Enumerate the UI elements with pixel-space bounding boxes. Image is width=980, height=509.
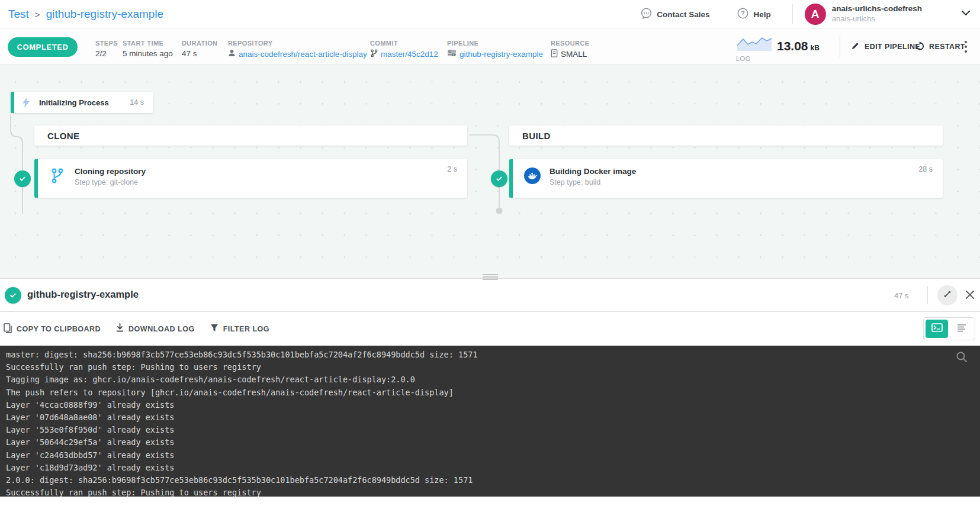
close-panel-button[interactable] [964, 289, 976, 303]
commit-link[interactable]: master/45c2d12 [370, 49, 438, 59]
init-step-card[interactable]: Initializing Process 14 s [11, 92, 153, 113]
resource-value: SMALL [551, 49, 590, 59]
build-success-check-icon [491, 170, 507, 187]
log-line: Layer '553e0f8f950d' already exists [6, 424, 974, 436]
pipeline-canvas: Initializing Process 14 s CLONE Cloning … [0, 65, 980, 278]
clipboard-icon [4, 323, 12, 335]
help-icon: ? [737, 7, 749, 21]
build-step-duration: 28 s [918, 165, 933, 173]
field-steps: STEPS 2/2 [95, 40, 118, 58]
build-step-type: Step type: build [550, 178, 636, 186]
log-line: Successfully ran push step: Pushing to u… [6, 487, 974, 497]
log-size-meter[interactable]: LOG [736, 36, 773, 62]
help-button[interactable]: ? Help [737, 7, 770, 21]
download-log-button[interactable]: DOWNLOAD LOG [116, 323, 195, 334]
stage-header-clone: CLONE [34, 125, 467, 146]
resource-icon [551, 49, 558, 59]
expand-panel-button[interactable] [937, 285, 957, 305]
pencil-icon [851, 41, 860, 52]
clone-step-duration: 2 s [447, 165, 457, 173]
more-options-kebab-icon[interactable] [964, 28, 968, 65]
top-header: Test > github-registry-example Contact S… [0, 0, 980, 28]
download-icon [116, 323, 124, 334]
terminal-view-button[interactable] [926, 320, 948, 338]
contact-sales-button[interactable]: Contact Sales [640, 7, 709, 21]
user-menu[interactable]: anais-urlichs-codefresh anais-urlichs [832, 4, 922, 24]
field-duration: DURATION 47 s [182, 40, 217, 58]
log-sparkline-chart [736, 36, 773, 52]
restart-icon [915, 41, 924, 53]
avatar[interactable]: A [805, 4, 826, 25]
build-status-bar: COMPLETED STEPS 2/2 START TIME 5 minutes… [0, 28, 980, 65]
restart-button[interactable]: RESTART [915, 28, 965, 65]
log-size-value: 13.08 kB [777, 39, 820, 53]
panel-duration: 47 s [894, 291, 909, 300]
clone-step-title: Cloning repository [75, 167, 146, 176]
build-step-card[interactable]: Building Docker image Step type: build 2… [509, 159, 943, 198]
list-view-button[interactable] [950, 320, 973, 338]
log-line: Layer '07d648a8ae08' already exists [6, 411, 974, 424]
avatar-initial: A [811, 8, 820, 21]
init-step-title: Initializing Process [39, 98, 109, 107]
field-start-time: START TIME 5 minutes ago [123, 40, 173, 58]
filter-log-button[interactable]: FILTER LOG [210, 324, 269, 334]
help-label: Help [753, 10, 770, 19]
field-resource: RESOURCE SMALL [551, 40, 590, 59]
log-line: 2.0.0: digest: sha256:b9698f3cb577ce53eb… [6, 474, 974, 487]
breadcrumb-current-link[interactable]: github-registry-example [46, 8, 164, 21]
stage-header-build: BUILD [509, 125, 943, 146]
panel-header-divider [927, 286, 928, 304]
clone-step-card[interactable]: Cloning repository Step type: git-clone … [34, 159, 467, 198]
log-output[interactable]: master: digest: sha256:b9698f3cb577ce53e… [0, 346, 980, 497]
log-line: The push refers to repository [ghcr.io/a… [6, 386, 974, 399]
log-line: master: digest: sha256:b9698f3cb577ce53e… [6, 349, 974, 361]
lightning-icon [21, 96, 31, 108]
statusbar-divider [840, 36, 840, 58]
log-panel: github-registry-example 47 s COPY TO CLI… [0, 278, 980, 509]
breadcrumb: Test > github-registry-example [8, 0, 163, 28]
breadcrumb-separator: > [35, 9, 40, 20]
terminal-icon [931, 323, 943, 334]
clone-success-check-icon [14, 170, 31, 187]
chat-bubble-icon [640, 7, 653, 21]
log-line: Layer 'c18d9d73ad92' already exists [6, 462, 974, 474]
clone-step-type: Step type: git-clone [75, 178, 146, 186]
log-line: Layer '50644c29ef5a' already exists [6, 436, 974, 449]
log-line: Layer '4ccac0888f99' already exists [6, 399, 974, 411]
status-badge: COMPLETED [8, 37, 78, 57]
log-meter-label: LOG [736, 55, 773, 62]
build-step-title: Building Docker image [550, 167, 636, 176]
log-line: Successfully ran push step: Pushing to u… [6, 361, 974, 373]
log-panel-header: github-registry-example 47 s [0, 279, 980, 312]
log-line: Layer 'c2a463dbbd57' already exists [6, 449, 974, 462]
pipeline-settings-icon [447, 49, 457, 59]
field-repository: REPOSITORY anais-codefresh/react-article… [228, 40, 367, 59]
docker-icon [523, 167, 541, 184]
log-search-icon[interactable] [955, 350, 968, 366]
filter-funnel-icon [210, 324, 219, 334]
edit-pipeline-button[interactable]: EDIT PIPELINE [851, 28, 920, 65]
log-list-icon [956, 324, 967, 334]
svg-text:?: ? [741, 9, 745, 17]
user-icon [228, 49, 236, 59]
log-lines: master: digest: sha256:b9698f3cb577ce53e… [0, 346, 980, 497]
log-line: Tagging image as: ghcr.io/anais-codefres… [6, 373, 974, 386]
repository-link[interactable]: anais-codefresh/react-article-display [228, 49, 367, 59]
user-account: anais-urlichs [832, 14, 922, 24]
user-name: anais-urlichs-codefresh [832, 4, 922, 14]
log-toolbar: COPY TO CLIPBOARD DOWNLOAD LOG FILTER LO… [0, 312, 980, 346]
chevron-down-icon[interactable] [960, 7, 972, 21]
close-icon [964, 292, 976, 302]
branch-icon [370, 49, 378, 59]
git-clone-icon [49, 167, 66, 184]
pipeline-link[interactable]: github-registry-example [447, 49, 543, 59]
copy-to-clipboard-button[interactable]: COPY TO CLIPBOARD [4, 323, 101, 335]
contact-sales-label: Contact Sales [657, 10, 709, 19]
expand-icon [943, 289, 952, 301]
panel-success-check-icon [5, 287, 21, 304]
breadcrumb-parent-link[interactable]: Test [8, 8, 29, 21]
init-step-duration: 14 s [130, 98, 144, 107]
panel-title: github-registry-example [27, 289, 139, 300]
log-view-toggle [923, 317, 975, 340]
field-pipeline: PIPELINE github-registry-example [447, 40, 543, 59]
